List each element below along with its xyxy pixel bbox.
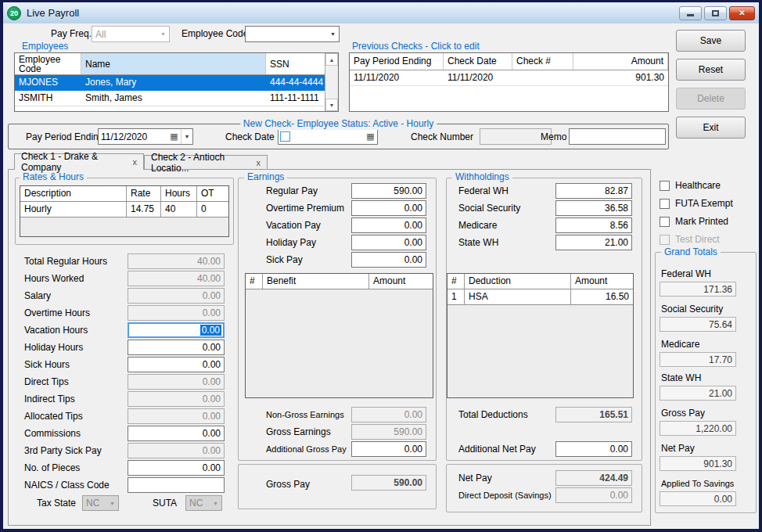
total-deductions-field: 165.51 <box>555 407 632 422</box>
earnings-caption: Earnings <box>244 171 287 183</box>
direct-deposit-savings-field: 0.00 <box>555 487 632 503</box>
medicare-field[interactable]: 8.56 <box>555 217 632 233</box>
regular-pay-field[interactable]: 590.00 <box>351 183 426 199</box>
healthcare-checkbox[interactable] <box>660 181 670 191</box>
exit-button[interactable]: Exit <box>676 117 746 138</box>
check-date-checkbox[interactable] <box>280 131 290 142</box>
dropdown-caret-icon[interactable]: ▾ <box>181 129 192 144</box>
naics-class-code-field[interactable] <box>128 477 225 493</box>
col-header-name[interactable]: Name <box>81 53 266 74</box>
overtime-hours-field: 0.00 <box>128 305 225 321</box>
hours-worked-field: 40.00 <box>128 271 225 286</box>
vacation-hours-field[interactable]: 0.00 <box>128 322 225 338</box>
scroll-down-button[interactable]: ▼ <box>325 99 338 111</box>
commissions-field[interactable]: 0.00 <box>128 426 225 441</box>
field-label: Additional Net Pay <box>458 441 536 457</box>
additional-net-pay-field[interactable]: 0.00 <box>555 441 632 457</box>
col-header-employee-code[interactable]: Employee Code <box>15 53 81 74</box>
minimize-icon <box>687 14 694 16</box>
col-header-ssn[interactable]: SSN <box>266 53 326 74</box>
vacation-pay-field[interactable]: 0.00 <box>351 217 426 233</box>
close-button[interactable]: ✕ <box>729 6 755 20</box>
field-label: Net Pay <box>661 443 695 455</box>
field-label: Regular Pay <box>266 183 318 199</box>
social-security-field[interactable]: 36.58 <box>555 200 632 216</box>
gt-state-wh-field: 21.00 <box>660 386 736 401</box>
deduction-row[interactable]: 1 HSA 16.50 <box>447 289 633 305</box>
maximize-icon <box>712 10 719 16</box>
gt-gross-pay-field: 1,220.00 <box>660 421 736 436</box>
dropdown-caret-icon: ▾ <box>106 496 118 510</box>
non-gross-earnings-field: 0.00 <box>351 407 426 422</box>
col-header-check-number[interactable]: Check # <box>512 53 573 70</box>
new-check-caption: New Check- Employee Status: Active - Hou… <box>240 118 437 130</box>
total-regular-hours-field: 40.00 <box>128 253 225 269</box>
previous-checks-grid: Pay Period Ending Check Date Check # Amo… <box>349 52 669 112</box>
pay-period-ending-label: Pay Period Ending <box>26 129 103 145</box>
deductions-table: # Deduction Amount 1 HSA 16.50 <box>447 273 634 398</box>
reset-button[interactable]: Reset <box>676 59 746 81</box>
previous-checks-caption: Previous Checks - Click to edit <box>352 41 480 52</box>
dropdown-caret-icon: ▾ <box>210 496 221 510</box>
field-label: 3rd Party Sick Pay <box>24 443 102 458</box>
pay-freq-label: Pay Freq. <box>51 26 92 42</box>
rate-row[interactable]: Hourly 14.75 40 0 <box>20 202 228 217</box>
direct-tips-field: 0.00 <box>128 374 225 390</box>
state-wh-field[interactable]: 21.00 <box>555 235 632 250</box>
col-header-pay-period-ending[interactable]: Pay Period Ending <box>350 53 444 70</box>
dropdown-caret-icon[interactable]: ▾ <box>157 27 169 41</box>
app-icon: 20 <box>7 6 21 20</box>
federal-wh-field[interactable]: 82.87 <box>555 183 632 199</box>
col-header-deduction: Deduction <box>465 274 571 289</box>
field-label: Total Deductions <box>458 407 528 422</box>
field-label: Vacation Hours <box>24 322 88 338</box>
salary-field: 0.00 <box>128 288 225 304</box>
field-label: Allocated Tips <box>24 408 83 424</box>
maximize-button[interactable] <box>704 6 727 20</box>
calendar-icon[interactable]: ▦ <box>364 129 377 144</box>
col-header-check-date[interactable]: Check Date <box>444 53 512 70</box>
tab-check-1[interactable]: Check 1 - Drake & Company x <box>14 153 144 170</box>
tab-close-icon[interactable]: x <box>125 157 138 167</box>
mark-printed-checkbox[interactable] <box>660 217 670 227</box>
col-header-num: # <box>246 274 263 289</box>
employee-code-select[interactable]: ▾ <box>245 26 340 42</box>
mark-printed-option[interactable]: Mark Printed <box>660 216 728 227</box>
employees-scrollbar[interactable]: ▲ ▼ <box>325 53 338 111</box>
sick-hours-field[interactable]: 0.00 <box>128 357 225 372</box>
col-header-amount[interactable]: Amount <box>573 53 668 70</box>
col-header-amount: Amount <box>369 274 433 289</box>
field-label: No. of Pieces <box>24 460 80 476</box>
benefits-table: # Benefit Amount <box>245 273 433 398</box>
gt-social-security-field: 75.64 <box>660 317 736 332</box>
scroll-up-button[interactable]: ▲ <box>325 53 338 66</box>
tax-state-label: Tax State <box>37 495 76 511</box>
healthcare-option[interactable]: Healthcare <box>660 180 721 191</box>
sick-pay-field[interactable]: 0.00 <box>351 252 426 268</box>
tab-check-2[interactable]: Check 2 - Antioch Locatio... x <box>144 155 268 169</box>
field-label: Net Pay <box>458 470 492 486</box>
save-button[interactable]: Save <box>676 30 746 52</box>
titlebar[interactable]: 20 Live Payroll ✕ <box>3 2 759 23</box>
employee-row-selected[interactable]: MJONES Jones, Mary 444-44-4444 <box>15 75 338 91</box>
no-of-pieces-field[interactable]: 0.00 <box>128 460 225 476</box>
memo-field[interactable] <box>569 128 666 145</box>
col-header-description: Description <box>20 186 127 201</box>
employee-row[interactable]: JSMITH Smith, James 111-11-1111 <box>15 91 338 106</box>
futa-exempt-option[interactable]: FUTA Exempt <box>660 198 733 209</box>
field-label: Vacation Pay <box>266 217 321 233</box>
field-label: Federal WH <box>458 183 509 199</box>
calendar-icon[interactable]: ▦ <box>167 129 181 144</box>
additional-gross-pay-field[interactable]: 0.00 <box>351 441 426 457</box>
previous-check-row[interactable]: 11/11/2020 11/11/2020 901.30 <box>350 70 668 86</box>
dropdown-caret-icon[interactable]: ▾ <box>327 27 339 41</box>
overtime-premium-field[interactable]: 0.00 <box>351 200 426 216</box>
futa-exempt-checkbox[interactable] <box>660 199 670 209</box>
pay-period-ending-input[interactable]: 11/12/2020 ▦ ▾ <box>98 128 193 145</box>
minimize-button[interactable] <box>679 6 702 20</box>
tab-close-icon[interactable]: x <box>249 158 261 167</box>
check-date-input[interactable]: ▦ <box>278 128 378 145</box>
holiday-hours-field[interactable]: 0.00 <box>128 340 225 355</box>
holiday-pay-field[interactable]: 0.00 <box>351 235 426 250</box>
pay-freq-select[interactable]: All ▾ <box>92 26 170 42</box>
